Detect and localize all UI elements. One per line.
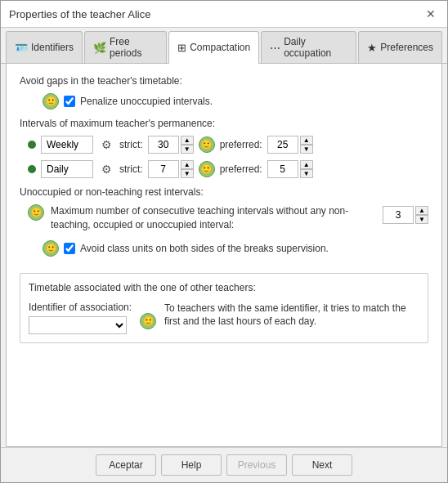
main-window: Properties of the teacher Alice ✕ 🪪 Iden…	[0, 0, 448, 483]
avoid-class-checkbox[interactable]	[64, 243, 75, 254]
penalize-row: 🙂 Penalize unoccupied intervals.	[43, 93, 428, 110]
aceptar-button[interactable]: Aceptar	[96, 454, 156, 476]
weekly-preferred-up[interactable]: ▲	[300, 136, 313, 145]
timetable-section: Timetable associated with the one of oth…	[20, 273, 428, 343]
window-title: Properties of the teacher Alice	[9, 8, 150, 20]
tab-compactation[interactable]: ⊞ Compactation	[168, 31, 259, 64]
consecutive-spinner: ▲ ▼	[383, 206, 428, 224]
title-bar: Properties of the teacher Alice ✕	[1, 1, 447, 28]
identifier-select[interactable]	[29, 316, 127, 334]
weekly-strict-up[interactable]: ▲	[181, 136, 194, 145]
weekly-strict-spinner-btns: ▲ ▼	[181, 136, 194, 154]
intervals-label: Intervals of maximum teacher's permanenc…	[20, 118, 428, 129]
weekly-strict-label: strict:	[119, 139, 143, 150]
compactation-icon: ⊞	[177, 42, 186, 54]
weekly-preferred-smiley: 🙂	[199, 136, 215, 153]
weekly-preferred-input[interactable]	[267, 136, 298, 154]
daily-gear-icon: ⚙	[98, 161, 114, 177]
weekly-preferred-down[interactable]: ▼	[300, 145, 313, 154]
weekly-strict-spinner: ▲ ▼	[148, 136, 194, 154]
penalize-smiley: 🙂	[43, 93, 59, 110]
free-periods-icon: 🌿	[93, 42, 106, 54]
identifier-label: Identifier of association:	[29, 302, 132, 313]
tab-preferences[interactable]: ★ Preferences	[358, 31, 442, 63]
consecutive-spinner-btns: ▲ ▼	[415, 206, 428, 224]
identifiers-icon: 🪪	[15, 42, 28, 54]
daily-preferred-spinner-btns: ▲ ▼	[300, 160, 313, 178]
daily-preferred-smiley: 🙂	[199, 161, 215, 177]
assoc-left: Identifier of association:	[29, 302, 132, 334]
assoc-smiley: 🙂	[140, 313, 156, 329]
consecutive-down[interactable]: ▼	[415, 215, 428, 224]
tab-bar: 🪪 Identifiers 🌿 Free periods ⊞ Compactat…	[1, 28, 447, 64]
daily-preferred-input[interactable]	[267, 160, 298, 178]
tab-free-periods[interactable]: 🌿 Free periods	[84, 31, 167, 63]
association-desc: To teachers with the same identifier, it…	[164, 302, 419, 329]
footer: Aceptar Help Previous Next	[1, 447, 447, 482]
avoid-class-smiley: 🙂	[43, 240, 59, 257]
tab-identifiers[interactable]: 🪪 Identifiers	[6, 31, 83, 63]
weekly-preferred-spinner: ▲ ▼	[267, 136, 313, 154]
weekly-row: ⚙ strict: ▲ ▼ 🙂 preferred: ▲ ▼	[28, 136, 428, 154]
weekly-preferred-label: preferred:	[220, 139, 262, 150]
consecutive-smiley: 🙂	[28, 204, 44, 221]
consecutive-row: 🙂 Maximum number of consecutive teaching…	[28, 204, 428, 232]
daily-strict-down[interactable]: ▼	[181, 169, 194, 178]
timetable-section-label: Timetable associated with the one of oth…	[29, 282, 419, 293]
daily-strict-label: strict:	[119, 163, 143, 175]
main-content: Avoid gaps in the teacher's timetable: 🙂…	[6, 64, 442, 447]
weekly-gear-icon: ⚙	[98, 136, 114, 153]
daily-preferred-spinner: ▲ ▼	[267, 160, 313, 178]
tab-daily-occupation[interactable]: ⋯ Daily occupation	[261, 31, 356, 63]
next-button[interactable]: Next	[292, 454, 352, 476]
daily-preferred-label: preferred:	[220, 163, 262, 175]
daily-strict-input[interactable]	[148, 160, 179, 178]
weekly-input[interactable]	[41, 136, 93, 154]
daily-strict-up[interactable]: ▲	[181, 160, 194, 169]
preferences-icon: ★	[367, 42, 377, 54]
daily-strict-spinner: ▲ ▼	[148, 160, 194, 178]
consecutive-up[interactable]: ▲	[415, 206, 428, 215]
penalize-label: Penalize unoccupied intervals.	[80, 96, 213, 107]
avoid-gaps-label: Avoid gaps in the teacher's timetable:	[20, 75, 428, 87]
weekly-strict-down[interactable]: ▼	[181, 145, 194, 154]
association-row: Identifier of association: 🙂 To teachers…	[29, 302, 419, 334]
weekly-strict-input[interactable]	[148, 136, 179, 154]
daily-row: ⚙ strict: ▲ ▼ 🙂 preferred: ▲ ▼	[28, 160, 428, 178]
daily-occupation-icon: ⋯	[270, 42, 280, 54]
close-button[interactable]: ✕	[423, 7, 439, 20]
daily-preferred-up[interactable]: ▲	[300, 160, 313, 169]
weekly-dot	[28, 141, 36, 149]
daily-dot	[28, 165, 36, 173]
nonteaching-label: Unoccupied or non-teaching rest interval…	[20, 186, 428, 198]
consecutive-text: Maximum number of consecutive teaching i…	[51, 204, 376, 232]
avoid-class-label: Avoid class units on both sides of the b…	[80, 243, 329, 254]
avoid-class-row: 🙂 Avoid class units on both sides of the…	[43, 240, 428, 257]
daily-input[interactable]	[41, 160, 93, 178]
daily-preferred-down[interactable]: ▼	[300, 169, 313, 178]
consecutive-input[interactable]	[383, 206, 414, 224]
previous-button[interactable]: Previous	[226, 454, 287, 476]
weekly-preferred-spinner-btns: ▲ ▼	[300, 136, 313, 154]
help-button[interactable]: Help	[161, 454, 222, 476]
daily-strict-spinner-btns: ▲ ▼	[181, 160, 194, 178]
penalize-checkbox[interactable]	[64, 96, 75, 107]
